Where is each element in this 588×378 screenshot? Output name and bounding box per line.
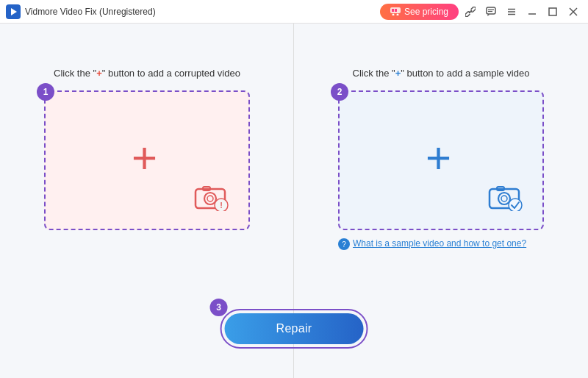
minimize-icon bbox=[527, 7, 537, 17]
minimize-button[interactable] bbox=[523, 5, 541, 18]
maximize-icon bbox=[548, 7, 558, 17]
link-button[interactable] bbox=[462, 5, 479, 18]
svg-rect-8 bbox=[487, 7, 495, 14]
chat-icon bbox=[486, 7, 496, 17]
title-left: Vidmore Video Fix (Unregistered) bbox=[6, 4, 156, 19]
repair-button-wrapper: 3 Repair bbox=[220, 309, 368, 349]
see-pricing-button[interactable]: See pricing bbox=[380, 4, 459, 20]
svg-point-26 bbox=[501, 196, 507, 202]
main-content: Click the "+" button to add a corrupted … bbox=[0, 24, 588, 378]
add-corrupted-plus-icon: + bbox=[132, 136, 157, 180]
repair-outer-border: Repair bbox=[220, 309, 368, 349]
svg-point-19 bbox=[204, 193, 216, 204]
step-badge-3: 3 bbox=[210, 299, 228, 316]
app-logo-icon bbox=[6, 4, 21, 19]
see-pricing-label: See pricing bbox=[404, 7, 448, 17]
help-link-container: ? What is a sample video and how to get … bbox=[338, 238, 544, 250]
menu-icon bbox=[506, 7, 517, 17]
menu-button[interactable] bbox=[503, 5, 520, 18]
repair-section: 3 Repair bbox=[220, 309, 368, 349]
chat-button[interactable] bbox=[482, 5, 500, 18]
repair-button[interactable]: Repair bbox=[225, 313, 364, 344]
title-bar: Vidmore Video Fix (Unregistered) See pri… bbox=[0, 0, 588, 24]
help-link[interactable]: What is a sample video and how to get on… bbox=[353, 238, 526, 250]
close-button[interactable] bbox=[564, 5, 582, 18]
svg-point-28 bbox=[509, 199, 522, 211]
left-plus-highlight: + bbox=[96, 68, 102, 79]
cart-icon bbox=[390, 7, 401, 15]
maximize-button[interactable] bbox=[544, 5, 562, 18]
svg-point-4 bbox=[396, 14, 398, 16]
help-icon: ? bbox=[338, 238, 350, 250]
title-right: See pricing bbox=[380, 4, 582, 20]
svg-rect-5 bbox=[392, 9, 394, 12]
corrupted-video-drop-zone[interactable]: 1 + ! bbox=[44, 90, 250, 230]
svg-rect-15 bbox=[549, 8, 556, 15]
right-plus-highlight: + bbox=[395, 68, 401, 79]
svg-point-3 bbox=[392, 14, 394, 16]
svg-rect-6 bbox=[395, 9, 397, 12]
app-title: Vidmore Video Fix (Unregistered) bbox=[25, 7, 156, 17]
step-badge-2: 2 bbox=[331, 83, 348, 101]
corrupted-camera-icon: ! bbox=[193, 183, 231, 214]
svg-text:!: ! bbox=[220, 201, 223, 210]
close-icon bbox=[568, 7, 578, 17]
svg-point-25 bbox=[498, 193, 510, 204]
step-badge-1: 1 bbox=[37, 83, 54, 101]
sample-video-drop-zone[interactable]: 2 + bbox=[338, 90, 544, 230]
left-panel-instruction: Click the "+" button to add a corrupted … bbox=[54, 68, 240, 79]
sample-camera-icon bbox=[487, 183, 525, 214]
svg-point-20 bbox=[207, 196, 213, 202]
link-icon bbox=[465, 7, 476, 17]
add-sample-plus-icon: + bbox=[426, 136, 451, 180]
right-panel-instruction: Click the "+" button to add a sample vid… bbox=[353, 68, 530, 79]
